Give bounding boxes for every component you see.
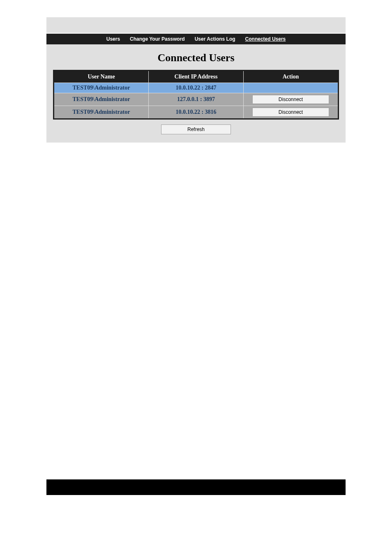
page-title: Connected Users [46,52,346,64]
nav-change-password[interactable]: Change Your Password [128,35,187,43]
table-header-row: User Name Client IP Address Action [54,71,339,83]
cell-action: Disconnect [244,93,339,106]
footer-bar [46,479,346,495]
col-header-user: User Name [54,71,149,83]
top-bar [46,17,346,33]
col-header-ip: Client IP Address [149,71,244,83]
disconnect-button[interactable]: Disconnect [252,95,330,104]
connected-users-table: User Name Client IP Address Action TEST0… [53,70,339,120]
refresh-button[interactable]: Refresh [161,124,231,134]
col-header-action: Action [244,71,339,83]
cell-ip: 10.0.10.22 : 3816 [149,106,244,119]
spacer [0,143,392,479]
nav-user-actions-log[interactable]: User Actions Log [193,35,237,43]
nav-users[interactable]: Users [105,35,122,43]
nav-bar: Users Change Your Password User Actions … [46,34,346,44]
nav-connected-users[interactable]: Connected Users [244,35,288,43]
content-area: Users Change Your Password User Actions … [46,34,346,143]
cell-ip: 127.0.0.1 : 3897 [149,93,244,106]
cell-ip: 10.0.10.22 : 2847 [149,83,244,93]
table-row[interactable]: TEST09\Administrator 10.0.10.22 : 2847 [54,83,339,93]
table-row[interactable]: TEST09\Administrator 10.0.10.22 : 3816 D… [54,106,339,119]
cell-action [244,83,339,93]
cell-user: TEST09\Administrator [54,93,149,106]
cell-action: Disconnect [244,106,339,119]
refresh-wrap: Refresh [46,124,346,134]
table-row[interactable]: TEST09\Administrator 127.0.0.1 : 3897 Di… [54,93,339,106]
disconnect-button[interactable]: Disconnect [252,108,330,117]
cell-user: TEST09\Administrator [54,106,149,119]
cell-user: TEST09\Administrator [54,83,149,93]
